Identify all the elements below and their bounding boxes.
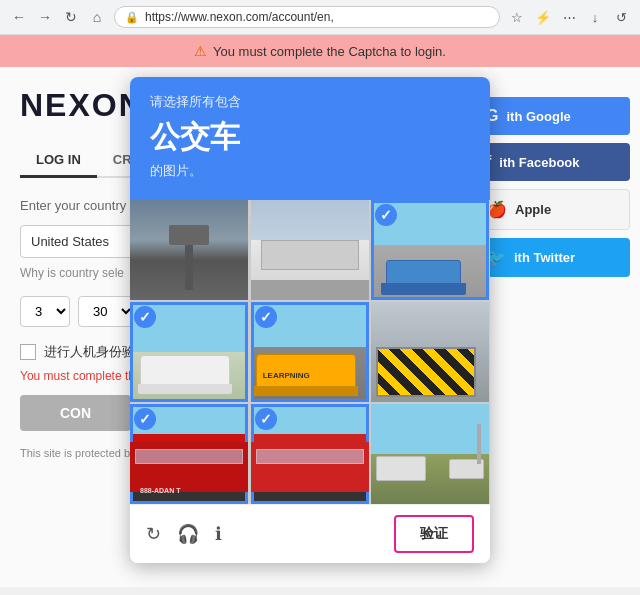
- check-icon-2: ✓: [375, 204, 397, 226]
- captcha-cell-8[interactable]: [371, 404, 489, 504]
- apple-signin-button[interactable]: 🍎 Apple: [470, 189, 630, 230]
- captcha-overlay: 请选择所有包含 公交车 的图片。 ✓ ✓: [130, 77, 490, 563]
- month-select[interactable]: 30: [78, 296, 135, 327]
- captcha-cell-4[interactable]: ✓ LEARPNING: [251, 302, 369, 402]
- facebook-signin-button[interactable]: f ith Facebook: [470, 143, 630, 181]
- captcha-instruction: 请选择所有包含: [150, 93, 470, 111]
- warning-icon: ⚠: [194, 43, 207, 59]
- captcha-verify-button[interactable]: 验证: [394, 515, 474, 553]
- warning-text: You must complete the Captcha to login.: [213, 44, 446, 59]
- captcha-footer: ↻ 🎧 ℹ 验证: [130, 504, 490, 563]
- captcha-refresh-icon[interactable]: ↻: [146, 523, 161, 545]
- tab-login[interactable]: LOG IN: [20, 144, 97, 178]
- reload-button[interactable]: ↻: [60, 6, 82, 28]
- lock-icon: 🔒: [125, 11, 139, 24]
- captcha-cell-3[interactable]: ✓: [130, 302, 248, 402]
- checkbox-label: 进行人机身份验: [44, 343, 135, 361]
- twitter-signin-button[interactable]: 🐦 ith Twitter: [470, 238, 630, 277]
- captcha-cell-6[interactable]: ✓ 888-ADAN T: [130, 404, 248, 504]
- home-button[interactable]: ⌂: [86, 6, 108, 28]
- lightning-icon[interactable]: ⚡: [532, 6, 554, 28]
- apple-label: Apple: [515, 202, 551, 217]
- captcha-cell-1[interactable]: [251, 200, 369, 300]
- browser-chrome: ← → ↻ ⌂ 🔒 https://www.nexon.com/account/…: [0, 0, 640, 35]
- social-buttons: G ith Google f ith Facebook 🍎 Apple 🐦 it…: [470, 97, 640, 277]
- check-icon-3: ✓: [134, 306, 156, 328]
- forward-button[interactable]: →: [34, 6, 56, 28]
- captcha-cell-5[interactable]: [371, 302, 489, 402]
- facebook-label: ith Facebook: [499, 155, 579, 170]
- captcha-footer-icons: ↻ 🎧 ℹ: [146, 523, 222, 545]
- google-signin-button[interactable]: G ith Google: [470, 97, 630, 135]
- back-button[interactable]: ←: [8, 6, 30, 28]
- captcha-subtext: 的图片。: [150, 162, 470, 180]
- back-alt-icon[interactable]: ↺: [610, 6, 632, 28]
- captcha-checkbox[interactable]: [20, 344, 36, 360]
- captcha-cell-7[interactable]: ✓: [251, 404, 369, 504]
- captcha-cell-0[interactable]: [130, 200, 248, 300]
- apple-icon: 🍎: [487, 200, 507, 219]
- captcha-cell-2[interactable]: ✓: [371, 200, 489, 300]
- toolbar-icons: ☆ ⚡ ⋯ ↓ ↺: [506, 6, 632, 28]
- download-icon[interactable]: ↓: [584, 6, 606, 28]
- more-icon[interactable]: ⋯: [558, 6, 580, 28]
- day-select[interactable]: 3: [20, 296, 70, 327]
- google-label: ith Google: [506, 109, 570, 124]
- warning-bar: ⚠ You must complete the Captcha to login…: [0, 35, 640, 67]
- check-icon-7: ✓: [255, 408, 277, 430]
- captcha-header: 请选择所有包含 公交车 的图片。: [130, 77, 490, 200]
- url-text: https://www.nexon.com/account/en,: [145, 10, 489, 24]
- captcha-info-icon[interactable]: ℹ: [215, 523, 222, 545]
- address-bar[interactable]: 🔒 https://www.nexon.com/account/en,: [114, 6, 500, 28]
- check-icon-6: ✓: [134, 408, 156, 430]
- bookmark-icon[interactable]: ☆: [506, 6, 528, 28]
- captcha-subject: 公交车: [150, 117, 470, 158]
- confirm-button[interactable]: CON: [20, 395, 131, 431]
- captcha-audio-icon[interactable]: 🎧: [177, 523, 199, 545]
- browser-toolbar: ← → ↻ ⌂ 🔒 https://www.nexon.com/account/…: [0, 0, 640, 34]
- captcha-grid: ✓ ✓ ✓ LEARPNING ✓: [130, 200, 490, 504]
- page-content: NEXON LOG IN CREATE AN Enter your countr…: [0, 67, 640, 587]
- twitter-label: ith Twitter: [514, 250, 575, 265]
- check-icon-4: ✓: [255, 306, 277, 328]
- nav-buttons: ← → ↻ ⌂: [8, 6, 108, 28]
